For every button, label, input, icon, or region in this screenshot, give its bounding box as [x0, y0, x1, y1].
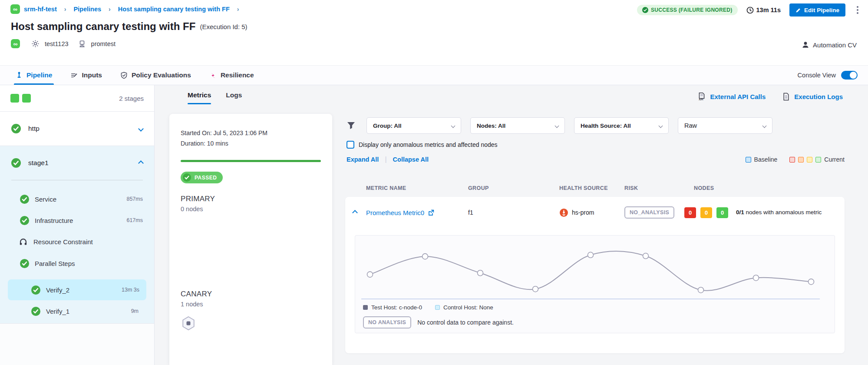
health-source-filter-dropdown[interactable]: Health Source: All [574, 117, 669, 134]
nodes-summary: 0/1 nodes with anomalous metric [736, 209, 822, 217]
metric-chart-svg[interactable] [361, 240, 820, 305]
check-circle-icon [642, 7, 648, 13]
edit-pipeline-label: Edit Pipeline [804, 7, 839, 13]
passed-badge: PASSED [181, 172, 223, 183]
divider [11, 180, 143, 180]
success-check-icon [20, 259, 29, 268]
pipeline-service-icon: ∞ [10, 4, 20, 14]
metric-card: Prometheus Metric0 f1 hs-prom NO_ANALYSI… [345, 197, 845, 353]
metrics-table-header: METRIC NAME GROUP HEALTH SOURCE RISK NOD… [345, 182, 845, 195]
tab-logs-label: Logs [226, 91, 242, 99]
amber-node-count: 0 [700, 207, 712, 218]
sidebar-step-verify-1[interactable]: Verify_1 9m [31, 302, 139, 320]
breadcrumb-pipelines[interactable]: Pipelines [73, 6, 101, 13]
nodes-filter-dropdown[interactable]: Nodes: All [470, 117, 565, 134]
sidebar-stage-stage1[interactable]: stage1 [0, 146, 154, 180]
sidebar-footer [0, 323, 154, 365]
filter-row: Group: All Nodes: All Health Source: All… [347, 117, 772, 134]
sidebar-step-resource-constraint[interactable]: Resource Constraint [18, 233, 143, 250]
breadcrumb-pipeline-name[interactable]: Host sampling canary testing with FF [118, 6, 230, 13]
metric-name-link[interactable]: Prometheus Metric0 [366, 209, 424, 216]
tab-policy-evaluations[interactable]: Policy Evaluations [120, 66, 191, 85]
canary-node-hexagon-icon[interactable] [181, 315, 196, 331]
shield-check-icon [120, 72, 128, 79]
success-check-icon [11, 124, 21, 133]
more-options-menu[interactable] [854, 4, 861, 16]
success-check-icon [31, 307, 40, 316]
raw-filter-dropdown[interactable]: Raw [678, 117, 772, 134]
tab-resilience[interactable]: Resilience [209, 66, 254, 85]
sidebar-step-parallel-steps[interactable]: Parallel Steps [20, 255, 143, 272]
nodes-summary-text: nodes with anomalous metric [744, 209, 822, 216]
sidebar-step-verify-2[interactable]: Verify_2 13m 3s [8, 279, 146, 300]
sidebar-stage-http[interactable]: http [0, 112, 154, 146]
chevron-down-icon [762, 123, 767, 128]
step-label: Service [35, 196, 56, 203]
divider: | [385, 156, 386, 163]
sidebar-step-infrastructure[interactable]: Infrastructure 617ms [20, 212, 143, 229]
tab-inputs[interactable]: Inputs [70, 66, 102, 85]
tab-policy-label: Policy Evaluations [132, 71, 191, 79]
step-label: Resource Constraint [33, 238, 93, 246]
step-duration: 617ms [126, 217, 143, 223]
group-filter-dropdown[interactable]: Group: All [366, 117, 461, 134]
breadcrumb: ∞ srm-hf-test › Pipelines › Host samplin… [10, 4, 242, 14]
status-badge-label: SUCCESS (FAILURE IGNORED) [651, 7, 733, 13]
tab-metrics[interactable]: Metrics [188, 91, 211, 104]
breadcrumb-project[interactable]: srm-hf-test [24, 6, 57, 13]
filter-funnel-icon [347, 121, 356, 130]
stage-square-icon[interactable] [10, 94, 19, 103]
console-view-toggle[interactable] [841, 71, 858, 80]
test-host-label: Test Host: c-node-0 [371, 304, 422, 311]
stage-stage1-label: stage1 [28, 159, 49, 167]
raw-filter-value: Raw [684, 122, 697, 129]
prometheus-icon [559, 208, 568, 217]
chevron-down-icon[interactable] [138, 126, 144, 132]
control-host-swatch [435, 305, 440, 310]
success-check-icon [11, 158, 21, 168]
verification-summary-card: Started On: Jul 5, 2023 1:06 PM Duration… [169, 114, 332, 365]
collapse-all-link[interactable]: Collapse All [393, 156, 429, 163]
step-label: Infrastructure [35, 217, 73, 224]
header-group: GROUP [468, 185, 559, 191]
pencil-icon [795, 7, 801, 13]
anomalous-checkbox[interactable] [347, 141, 354, 149]
primary-label: PRIMARY [181, 195, 321, 203]
execution-logs-link[interactable]: Execution Logs [782, 93, 843, 101]
external-api-calls-link[interactable]: API External API Calls [697, 92, 766, 101]
sidebar-step-service[interactable]: Service 857ms [20, 190, 143, 208]
step-label: Verify_2 [46, 286, 69, 294]
expand-all-link[interactable]: Expand All [347, 156, 379, 163]
nodes-summary-ratio: 0/1 [736, 209, 744, 216]
chevron-up-icon[interactable] [138, 160, 144, 166]
page-title: Host sampling canary testing with FF [11, 20, 195, 33]
collapse-metric-chevron-icon[interactable] [352, 210, 358, 216]
expand-collapse-row: Expand All | Collapse All [347, 156, 429, 163]
status-badge: SUCCESS (FAILURE IGNORED) [637, 5, 738, 15]
stage-sidebar: 2 stages http stage1 Service 857ms Infra… [0, 85, 155, 365]
header-risk: RISK [624, 185, 684, 191]
stage-square-icon[interactable] [22, 94, 31, 103]
nodes-filter-value: Nodes: All [477, 123, 505, 129]
tab-metrics-label: Metrics [188, 91, 211, 99]
environment-name[interactable]: promtest [91, 40, 116, 47]
tab-logs[interactable]: Logs [226, 91, 242, 104]
execution-panel-tabs: Metrics Logs [188, 91, 242, 104]
current-legend-label: Current [824, 156, 845, 163]
primary-node-count: 0 nodes [181, 206, 321, 212]
service-name[interactable]: test1123 [45, 40, 69, 47]
edit-pipeline-button[interactable]: Edit Pipeline [789, 3, 845, 17]
pipeline-service-icon: ∞ [11, 39, 20, 48]
user-info: Automation CV [802, 41, 857, 49]
group-filter-value: Group: All [373, 123, 402, 129]
resilience-icon [209, 72, 217, 79]
metric-row[interactable]: Prometheus Metric0 f1 hs-prom NO_ANALYSI… [345, 197, 845, 228]
success-check-icon [31, 285, 40, 295]
tab-pipeline[interactable]: Pipeline [16, 66, 52, 85]
verification-duration: Duration: 10 mins [181, 138, 321, 149]
tab-pipeline-label: Pipeline [26, 71, 52, 79]
external-link-icon[interactable] [428, 209, 434, 216]
current-green-swatch [815, 157, 821, 163]
panel-links: API External API Calls Execution Logs [697, 92, 843, 101]
health-source-filter-value: Health Source: All [581, 123, 631, 129]
